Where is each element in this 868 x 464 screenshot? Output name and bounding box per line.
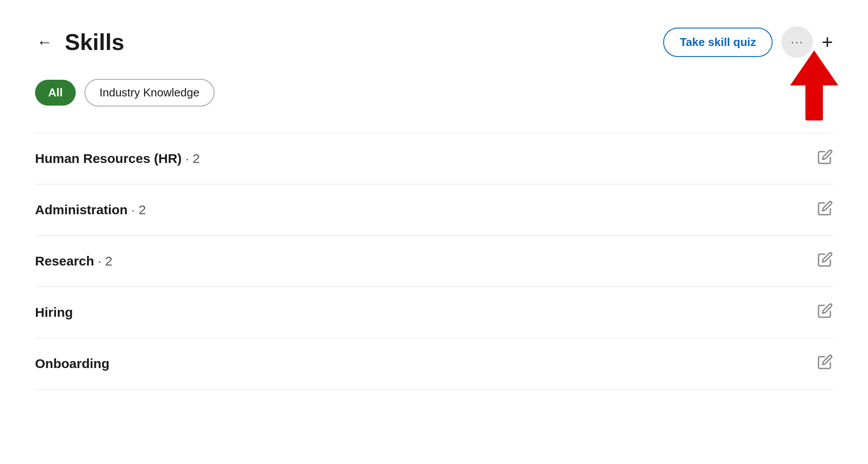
- skill-item: Administration · 2: [35, 184, 833, 236]
- skill-count: · 2: [94, 254, 112, 268]
- header-left: ← Skills: [35, 29, 124, 55]
- edit-skill-button[interactable]: [817, 303, 833, 322]
- tab-all[interactable]: All: [35, 80, 76, 106]
- skills-list: Human Resources (HR) · 2 Administration …: [35, 133, 833, 390]
- back-button[interactable]: ←: [35, 31, 54, 53]
- skill-item: Onboarding: [35, 338, 833, 390]
- page-title: Skills: [65, 29, 124, 55]
- edit-skill-button[interactable]: [817, 354, 833, 373]
- svg-marker-1: [790, 50, 838, 85]
- skill-name: Administration · 2: [35, 202, 146, 217]
- skill-item: Research · 2: [35, 236, 833, 287]
- take-skill-quiz-button[interactable]: Take skill quiz: [663, 28, 773, 57]
- header-right: Take skill quiz ··· +: [663, 26, 833, 58]
- edit-skill-button[interactable]: [817, 251, 833, 271]
- skill-count: · 2: [128, 202, 146, 217]
- skill-count: · 2: [182, 151, 200, 166]
- edit-skill-button[interactable]: [817, 200, 833, 220]
- filter-tabs: All Industry Knowledge: [35, 79, 833, 106]
- skill-name: Hiring: [35, 305, 73, 320]
- tab-industry-knowledge[interactable]: Industry Knowledge: [84, 79, 214, 106]
- skill-name: Onboarding: [35, 356, 109, 371]
- skill-item: Human Resources (HR) · 2: [35, 133, 833, 184]
- skill-item: Hiring: [35, 287, 833, 338]
- page-header: ← Skills Take skill quiz ··· +: [35, 26, 833, 58]
- edit-skill-button[interactable]: [817, 149, 833, 168]
- skill-name: Research · 2: [35, 254, 112, 269]
- arrow-annotation: [790, 50, 838, 122]
- skill-name: Human Resources (HR) · 2: [35, 151, 200, 166]
- add-button[interactable]: +: [822, 32, 833, 52]
